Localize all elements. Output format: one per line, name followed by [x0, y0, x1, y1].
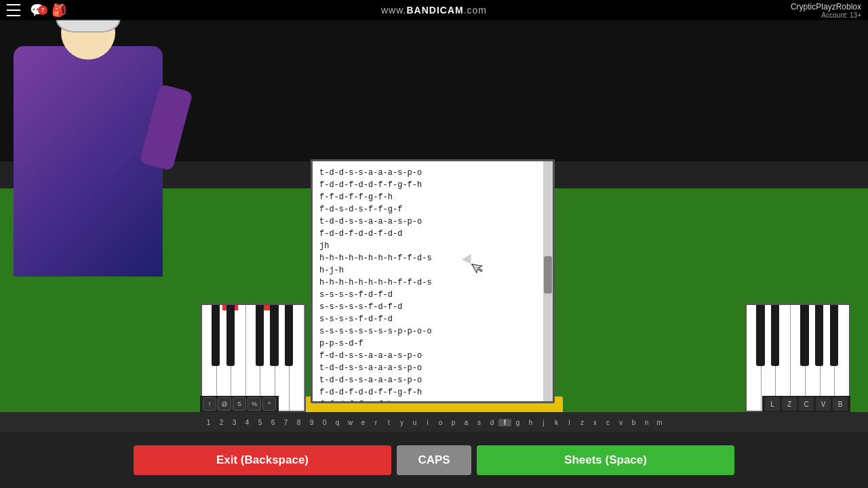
letter-key-l[interactable]: l	[563, 419, 576, 426]
letter-key-p[interactable]: p	[447, 419, 460, 426]
sheet-line: p-p-s-d-f	[319, 338, 539, 350]
watermark-com: .com	[464, 5, 487, 16]
character-body	[14, 46, 163, 277]
rkey-z[interactable]: Z	[782, 397, 797, 411]
sheet-line: f-d-d-f-d-d-f-f-g-f-h	[319, 179, 539, 191]
caps-button[interactable]: CAPS	[397, 445, 471, 475]
sheet-line: t-d-d-s-s-a-a-a-s-p-o	[319, 167, 539, 179]
letter-key-4[interactable]: 4	[241, 419, 254, 426]
rkey-b[interactable]: B	[833, 397, 848, 411]
sheet-line: s-s-s-s-s-f-d-f-d	[319, 301, 539, 313]
sym-key-at[interactable]: @	[218, 397, 231, 411]
letter-key-k[interactable]: k	[550, 419, 563, 426]
sheet-content: t-d-d-s-s-a-a-a-s-p-of-d-d-f-d-d-f-f-g-f…	[313, 161, 553, 401]
notification-badge: 7	[38, 5, 47, 15]
letter-key-r[interactable]: r	[370, 419, 382, 426]
sheet-line: f-f-d-f-f-g-f-h	[319, 399, 539, 401]
rkey-c[interactable]: C	[799, 397, 814, 411]
letter-key-6[interactable]: 6	[267, 419, 279, 426]
watermark: www.BANDICAM.com	[381, 0, 487, 20]
letter-key-y[interactable]: y	[395, 419, 408, 426]
character-helmet	[56, 19, 121, 33]
letter-key-f[interactable]: f	[498, 419, 511, 426]
letter-key-w[interactable]: w	[344, 419, 357, 426]
right-key-indicators: L Z C V B	[762, 396, 850, 412]
letter-key-d[interactable]: d	[486, 419, 498, 426]
letter-key-b[interactable]: b	[627, 419, 640, 426]
sym-key-caret[interactable]: ^	[262, 397, 276, 411]
letter-key-5[interactable]: 5	[254, 419, 267, 426]
letter-key-v[interactable]: v	[614, 419, 627, 426]
letter-key-c[interactable]: c	[601, 419, 614, 426]
piano-black-key[interactable]	[756, 305, 764, 366]
sheet-line: f-d-d-f-d-d-f-d-d	[319, 228, 539, 240]
letter-key-7[interactable]: 7	[279, 419, 292, 426]
piano-white-key[interactable]	[747, 305, 762, 411]
account-name: CrypticPlayzRoblox	[791, 2, 861, 12]
piano-white-key[interactable]	[246, 305, 261, 411]
piano-black-key[interactable]	[212, 305, 220, 366]
bag-icon[interactable]: 🎒	[52, 3, 66, 18]
letter-key-9[interactable]: 9	[305, 419, 318, 426]
letter-key-1[interactable]: 1	[202, 419, 215, 426]
letter-key-g[interactable]: g	[511, 419, 524, 426]
rkey-v[interactable]: V	[816, 397, 831, 411]
letter-key-a[interactable]: a	[460, 419, 473, 426]
piano-black-key[interactable]	[285, 305, 293, 366]
letter-key-0[interactable]: 0	[318, 419, 331, 426]
menu-icon[interactable]	[7, 2, 23, 18]
sheets-button[interactable]: Sheets (Space)	[477, 445, 734, 475]
letter-key-3[interactable]: 3	[228, 419, 241, 426]
letter-key-z[interactable]: z	[576, 419, 589, 426]
letter-key-h[interactable]: h	[524, 419, 537, 426]
letter-key-8[interactable]: 8	[292, 419, 305, 426]
exit-button[interactable]: Exit (Backspace)	[134, 445, 391, 475]
letter-key-s[interactable]: s	[473, 419, 486, 426]
sheet-line: t-d-d-s-s-a-a-a-s-p-o	[319, 362, 539, 374]
letter-key-n[interactable]: n	[640, 419, 653, 426]
piano-white-key[interactable]	[791, 305, 806, 411]
letter-key-i[interactable]: i	[421, 419, 434, 426]
sheet-line: t-d-d-s-s-a-a-a-s-p-o	[319, 374, 539, 386]
letter-keys-row: 1234567890qwertyuiopasdfghjklzxcvbnm	[0, 412, 868, 432]
piano-black-key[interactable]	[830, 305, 838, 366]
piano-white-key[interactable]	[202, 305, 217, 411]
watermark-brand: BANDICAM	[406, 5, 463, 16]
letter-key-e[interactable]: e	[357, 419, 370, 426]
sheet-scrollbar-thumb[interactable]	[544, 256, 552, 293]
letter-key-m[interactable]: m	[653, 419, 666, 426]
rkey-l[interactable]: L	[765, 397, 780, 411]
account-info: CrypticPlayzRoblox Account: 13+	[791, 2, 861, 19]
piano-black-key[interactable]	[800, 305, 808, 366]
letter-key-q[interactable]: q	[331, 419, 344, 426]
sheet-line: f-d-d-s-s-a-a-a-s-p-o	[319, 350, 539, 362]
piano-black-key[interactable]	[256, 305, 264, 366]
sym-key-excl[interactable]: !	[203, 397, 216, 411]
chat-icon-wrapper: 💬 7	[30, 3, 45, 18]
letter-key-u[interactable]: u	[408, 419, 421, 426]
sheet-music-panel[interactable]: t-d-d-s-s-a-a-a-s-p-of-d-d-f-d-d-f-f-g-f…	[311, 159, 555, 403]
sheet-line: f-d-d-f-d-d-f-f-g-f-h	[319, 386, 539, 399]
sym-key-pct[interactable]: %	[248, 397, 261, 411]
sheet-line: s-s-s-s-f-d-f-d	[319, 289, 539, 301]
top-bar-left: 💬 7 🎒	[7, 2, 66, 18]
piano-black-key[interactable]	[771, 305, 779, 366]
piano-black-key[interactable]	[226, 305, 235, 366]
top-bar: 💬 7 🎒 www.BANDICAM.com CrypticPlayzRoblo…	[0, 0, 868, 20]
character-arm	[139, 84, 193, 171]
sheet-line: s-s-s-s-s-s-s-s-p-p-o-o	[319, 325, 539, 338]
sym-key-s[interactable]: S	[233, 397, 246, 411]
letter-key-2[interactable]: 2	[215, 419, 228, 426]
piano-black-key[interactable]	[815, 305, 823, 366]
sheet-line: h-h-h-h-h-h-h-h-f-f-d-s	[319, 277, 539, 289]
sheet-scrollbar[interactable]	[543, 161, 553, 401]
letter-key-t[interactable]: t	[382, 419, 395, 426]
sheet-line: jh	[319, 240, 539, 252]
letter-key-o[interactable]: o	[434, 419, 447, 426]
piano-black-key[interactable]	[270, 305, 278, 366]
letter-key-j[interactable]: j	[537, 419, 550, 426]
account-age: Account: 13+	[791, 12, 861, 19]
sheet-line: t-d-d-s-s-a-a-a-s-p-o	[319, 216, 539, 228]
letter-key-x[interactable]: x	[589, 419, 601, 426]
buttons-row: Exit (Backspace) CAPS Sheets (Space)	[0, 432, 868, 488]
